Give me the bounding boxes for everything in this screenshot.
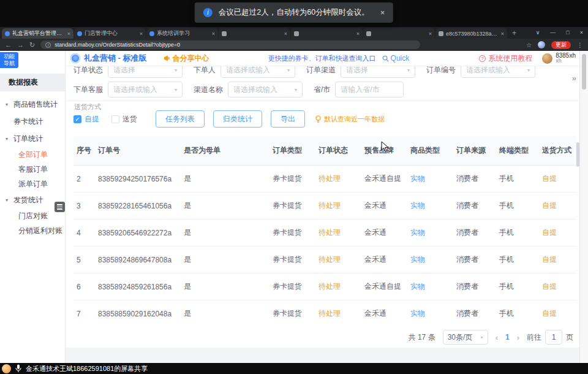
pickup-checkbox[interactable]: ✓ 自提 [74, 114, 99, 124]
current-page[interactable]: 1 [505, 333, 510, 342]
bookmark-star-icon[interactable]: ☆ [526, 42, 532, 48]
filter-select[interactable]: 请选择或输入 ▾ [108, 82, 183, 97]
browser-tab[interactable]: × [363, 28, 435, 39]
browser-tab[interactable]: 系统培训学习 × [146, 28, 218, 39]
tab-close-icon[interactable]: × [212, 31, 215, 37]
filter-select[interactable]: 请选择或输入 ▾ [228, 82, 303, 97]
window-maximize-button[interactable]: □ [566, 29, 569, 36]
cell-status: 待处理 [315, 281, 361, 292]
cell-source: 消费者 [453, 227, 496, 238]
cell-order-no: 83858924859261856a [95, 283, 181, 291]
cell-goods-type: 实物 [407, 254, 453, 265]
export-button[interactable]: 导出 [271, 110, 305, 128]
browser-tab[interactable]: 门店管理中心 × [74, 28, 146, 39]
tab-close-icon[interactable]: × [429, 31, 432, 37]
prev-page-button[interactable]: ‹ [496, 333, 498, 342]
column-header: 订单类型 [270, 145, 315, 156]
user-menu[interactable]: 8385xh xh [542, 53, 576, 64]
chevron-down-icon: ▾ [6, 197, 12, 203]
tab-favicon-icon [149, 31, 154, 36]
column-header: 商品类型 [407, 145, 453, 156]
window-close-button[interactable]: × [580, 29, 583, 36]
select-placeholder: 请选择 [113, 66, 135, 75]
filter-select[interactable]: 请选择 ▾ [341, 66, 415, 78]
tab-close-icon[interactable]: × [67, 31, 70, 37]
browser-update-button[interactable]: 更新 [551, 41, 571, 49]
site-info-icon[interactable]: i [45, 42, 51, 48]
browser-tab[interactable]: e8c573980b1328a258fd2e6… × [435, 28, 507, 39]
filter-select[interactable]: 请选择 ▾ [108, 66, 183, 78]
chevron-down-icon: ▾ [481, 335, 483, 340]
browser-profile-avatar[interactable] [538, 41, 545, 48]
table-row[interactable]: 5 83858924869647808a 是 券卡提货 待处理 金禾通 实物 消… [74, 246, 576, 273]
sidebar-collapse-handle[interactable] [55, 202, 65, 212]
sidebar-item[interactable]: 全部订单 [0, 147, 65, 162]
chevron-down-icon: ▾ [6, 136, 12, 142]
new-tab-button[interactable]: + [512, 29, 516, 37]
sidebar-item[interactable]: 分销返利对账 [0, 223, 65, 238]
page: 功能 导航 数据报表 ▾ 商品销售统计 券卡统计 ▾ 订单统计 [0, 51, 588, 363]
filter-select[interactable]: 请选择或输入 ▾ [221, 66, 295, 78]
goto-page-input[interactable] [545, 330, 562, 345]
browser-tab[interactable]: × [291, 28, 363, 39]
expand-filters-icon[interactable]: » [572, 74, 576, 83]
sidebar-item[interactable]: 券卡统计 [0, 113, 65, 130]
tab-close-icon[interactable]: × [140, 31, 143, 37]
filter-row-1: 订单状态 请选择 ▾ 下单人 请选择或输入 ▾ [74, 66, 535, 78]
task-list-button[interactable]: 任务列表 [156, 110, 205, 128]
sidebar-item[interactable]: 派单订单 [0, 177, 65, 191]
chevron-down-icon: ▾ [6, 102, 12, 107]
function-nav-toggle[interactable]: 功能 导航 [0, 52, 18, 68]
cell-status: 待处理 [315, 308, 361, 319]
tab-close-icon[interactable]: × [284, 31, 287, 37]
back-icon[interactable]: ← [5, 42, 12, 48]
tutorial-link[interactable]: ? 系统使用教程 [479, 53, 532, 64]
toolbar: ✓ 自提 送货 任务列表 归类统计 导出 默认查询近一年数据 [74, 110, 385, 128]
table-row[interactable]: 2 83859294250176576a 是 券卡提货 待处理 金禾通自提 实物… [74, 166, 576, 193]
tab-close-icon[interactable]: × [501, 31, 504, 37]
window-minimize-button[interactable]: — [550, 29, 556, 36]
refresh-icon[interactable]: ↻ [29, 42, 35, 48]
app-title: 礼盒营销 - 标准版 [84, 53, 147, 64]
browser-tab[interactable]: × [219, 28, 290, 39]
forward-icon[interactable]: → [17, 42, 24, 48]
page-scrollbar[interactable] [579, 51, 588, 363]
quick-entry-link[interactable]: 更快捷的券卡、订单和快递查询入口 [268, 54, 376, 63]
question-icon: ? [479, 55, 486, 62]
filter-label: 订单渠道 [306, 66, 336, 75]
table-row[interactable]: 3 83859228165461056a 是 券卡提货 待处理 金禾通 实物 消… [74, 193, 576, 219]
tab-search-icon[interactable]: ∨ [536, 29, 540, 36]
table-row[interactable]: 7 83858859029162048a 是 券卡提货 待处理 金禾通 实物 消… [74, 300, 576, 323]
category-stats-button[interactable]: 归类统计 [213, 110, 262, 128]
cell-order-type: 券卡提货 [270, 174, 315, 184]
filter-field: 订单渠道 请选择 ▾ [306, 66, 415, 78]
share-center-link[interactable]: 合分享中心 [163, 53, 209, 64]
url-bar[interactable]: i standard.maboy.cn/OrderStatisticsDetai… [40, 40, 420, 49]
cell-delivery: 自提 [539, 308, 576, 319]
toast-close-icon[interactable]: × [380, 8, 385, 17]
tab-favicon-icon [77, 31, 82, 36]
browser-tab[interactable]: 礼盒营销平台管理中心 × [2, 28, 74, 39]
next-page-button[interactable]: › [517, 333, 519, 342]
sidebar-item-label: 商品销售统计 [13, 99, 58, 110]
scrollbar-thumb[interactable] [582, 54, 586, 90]
table-row[interactable]: 4 83859206546922272a 是 券卡提货 待处理 金禾通 实物 消… [74, 219, 576, 246]
table-row[interactable]: 6 83858924859261856a 是 券卡提货 待处理 金禾通自提 实物… [74, 273, 576, 300]
province-city-input[interactable] [335, 82, 404, 97]
sidebar-item[interactable]: ▾ 订单统计 [0, 130, 65, 147]
browser-menu-icon[interactable]: ⋮ [577, 42, 583, 48]
cell-is-parent: 是 [181, 308, 270, 319]
delivery-checkbox[interactable]: 送货 [111, 114, 137, 124]
filter-select[interactable]: 请选择或输入 ▾ [461, 66, 535, 78]
app-header: 礼盒营销 - 标准版 合分享中心 更快捷的券卡、订单和快递查询入口 Quick … [66, 51, 579, 66]
tab-close-icon[interactable]: × [356, 31, 360, 37]
page-size-select[interactable]: 30条/页 ▾ [443, 330, 488, 345]
sidebar-item[interactable]: 客服订单 [0, 162, 65, 177]
filter-label: 订单编号 [426, 66, 456, 75]
cell-is-parent: 是 [181, 174, 270, 184]
cell-source: 消费者 [453, 281, 496, 292]
quick-search-link[interactable]: Quick [382, 54, 410, 63]
window-controls: ∨ — □ × [536, 28, 583, 37]
screen-share-bar: 金禾通技术王斌18662591081的屏幕共享 [0, 363, 588, 374]
sidebar-item[interactable]: ▾ 商品销售统计 [0, 96, 65, 113]
